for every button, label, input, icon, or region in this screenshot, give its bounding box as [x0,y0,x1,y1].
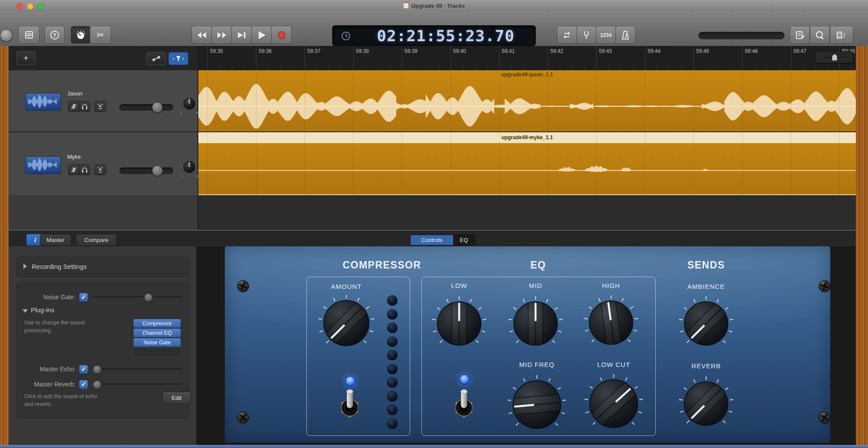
panel-screw [237,280,250,294]
track-filter-button[interactable] [168,52,188,65]
eq-low-knob[interactable] [430,294,488,354]
eq-mid-freq-knob[interactable] [506,373,568,438]
master-echo-slider[interactable] [93,368,182,370]
plugin-button-compressor[interactable]: Compressor [133,319,181,328]
loop-browser-button[interactable] [810,26,830,44]
ruler-tick-label: 59:39 [404,48,418,54]
ruler-tick [596,46,597,70]
compressor-power-toggle[interactable] [335,388,364,423]
editors-button[interactable]: ✂ [90,26,111,44]
pan-left-label: L [181,111,182,115]
smart-controls-button[interactable] [71,26,91,44]
library-button[interactable] [18,26,39,44]
input-monitoring-button[interactable] [94,164,106,175]
eq-power-toggle[interactable] [450,388,478,423]
mute-button[interactable] [68,164,79,175]
noise-gate-slider[interactable] [93,296,182,298]
disclosure-triangle-icon[interactable] [23,264,27,269]
ruler-subtick [621,65,621,70]
noise-gate-slider-knob[interactable] [144,293,153,302]
tab-eq[interactable]: EQ [453,235,475,245]
edit-button[interactable]: Edit [162,392,191,404]
timeline-ruler[interactable]: 59:3559:3659:3759:3859:3959:4059:4159:42… [198,46,856,71]
ambience-knob[interactable] [677,294,735,354]
add-track-button[interactable]: + [16,51,36,65]
ruler-subtick [438,65,439,70]
play-button[interactable] [251,26,272,44]
filter-funnel-icon [172,55,184,62]
track-volume-knob[interactable] [152,165,163,176]
record-button[interactable] [271,26,292,44]
media-browser-icon: ♪ [836,30,847,40]
ruler-subtick [341,65,342,70]
track-volume-slider[interactable] [119,104,173,111]
reverb-knob[interactable] [677,375,735,435]
horizontal-zoom-slider[interactable] [815,51,853,63]
cycle-button[interactable] [557,26,577,44]
noise-gate-checkbox[interactable]: ✓ [79,293,88,302]
lcd-display[interactable]: 02:21:55:23.70 [332,25,536,46]
rewind-button[interactable] [191,26,212,44]
gain-reduction-led [387,405,398,415]
ruler-tick-label: 59:38 [356,48,369,54]
track-name[interactable]: Myke [67,154,81,160]
metronome-button[interactable] [615,26,635,44]
plugin-button-noise-gate[interactable]: Noise Gate [133,338,181,347]
audio-region-myke[interactable]: upgrade49-myke_1.1 [198,132,856,195]
track-volume-knob[interactable] [152,102,163,113]
eq-mid-knob[interactable] [506,294,565,354]
gain-reduction-led [387,309,398,320]
plugin-button-channel-eq[interactable]: Channel EQ [133,328,181,337]
audio-region-jason[interactable]: upgrade49-jason_1.1 [198,70,856,131]
pan-knob[interactable] [181,95,197,114]
eq-high-knob[interactable] [582,294,640,353]
master-reverb-checkbox[interactable]: ✓ [79,380,88,389]
input-monitoring-button[interactable] [94,101,106,112]
master-volume-slider[interactable] [698,32,785,39]
track-header-empty-area [9,195,197,230]
track-header-myke[interactable]: Myke L R [9,132,197,196]
solo-button[interactable] [79,101,90,112]
count-in-button[interactable]: 1234 [596,26,616,44]
play-icon [257,30,266,40]
eq-low-cut-knob[interactable] [582,373,645,437]
ruler-tick [256,46,256,70]
tab-controls[interactable]: Controls [411,235,453,245]
amount-knob[interactable] [316,293,376,355]
track-name[interactable]: Jason [67,90,82,97]
ruler-subtick [584,65,585,70]
master-reverb-slider-knob[interactable] [93,380,102,389]
master-reverb-slider[interactable] [93,383,182,385]
pan-knob[interactable] [181,159,197,178]
master-volume-knob[interactable] [0,29,13,42]
master-button[interactable]: Master [40,234,71,246]
go-to-end-button[interactable] [231,26,252,44]
wood-border-left [0,46,9,445]
headphones-icon [81,103,88,110]
mute-button[interactable] [68,101,79,112]
plugin-button-list: CompressorChannel EQNoise Gate [133,319,181,356]
reverb-knob-label: REVERB [691,362,721,370]
master-echo-checkbox[interactable]: ✓ [79,365,88,374]
ruler-tick [207,46,208,70]
notepad-button[interactable] [790,26,810,44]
track-thumbnail [25,157,61,174]
media-browser-button[interactable]: ♪ [830,26,853,44]
ruler-tick-label: 59:45 [696,48,709,54]
master-echo-slider-knob[interactable] [93,365,102,374]
pan-left-label: L [181,174,182,178]
track-volume-slider[interactable] [119,167,173,174]
track-header-jason[interactable]: Jason L R [9,70,197,132]
forward-button[interactable] [211,26,232,44]
disclosure-triangle-icon[interactable] [23,309,28,313]
ruler-subtick [280,65,281,70]
compare-button[interactable]: Compare [76,234,117,246]
timeline-empty-area [198,195,856,230]
quick-help-button[interactable]: ? [45,26,65,44]
plugins-hint: Use to change the sound [24,320,85,326]
recording-settings-box[interactable]: Recording Settings [16,256,189,278]
automation-button[interactable] [146,52,166,65]
solo-button[interactable] [79,164,90,175]
tuner-button[interactable] [576,26,596,44]
plugin-slot-empty[interactable] [133,347,181,356]
